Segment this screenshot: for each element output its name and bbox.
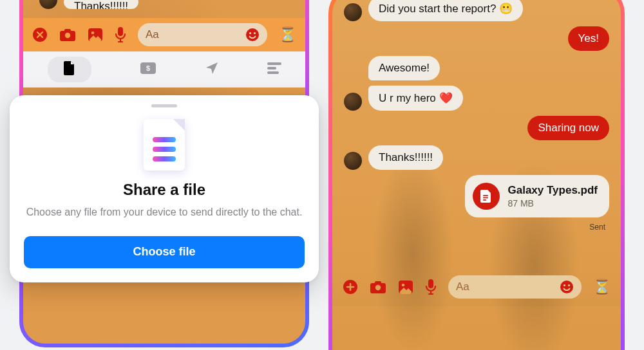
message-bubble: Yes! bbox=[568, 26, 609, 51]
svg-rect-13 bbox=[483, 195, 488, 196]
composer-bar: Aa ⏳ bbox=[23, 18, 305, 51]
drawer-tabs: $ bbox=[23, 51, 305, 88]
camera-icon[interactable] bbox=[59, 28, 76, 42]
avatar[interactable] bbox=[39, 0, 57, 9]
file-name: Galaxy Types.pdf bbox=[507, 184, 598, 197]
hourglass-icon[interactable]: ⏳ bbox=[279, 26, 296, 43]
file-illustration-icon bbox=[144, 119, 185, 170]
file-size: 87 MB bbox=[507, 198, 598, 208]
sheet-title: Share a file bbox=[24, 181, 305, 199]
file-attachment[interactable]: Galaxy Types.pdf 87 MB bbox=[465, 175, 609, 217]
tab-payments[interactable]: $ bbox=[140, 62, 156, 77]
message-row: Galaxy Types.pdf 87 MB bbox=[344, 175, 609, 217]
svg-rect-12 bbox=[267, 71, 279, 74]
share-file-sheet: Share a file Choose any file from your d… bbox=[10, 95, 319, 282]
chat-screen-right: Did you start the report? 😬 Yes! Awesome… bbox=[332, 0, 621, 350]
svg-rect-14 bbox=[483, 198, 488, 199]
svg-point-17 bbox=[375, 285, 381, 290]
camera-icon[interactable] bbox=[370, 280, 386, 294]
svg-point-19 bbox=[402, 284, 405, 287]
svg-point-1 bbox=[65, 33, 70, 38]
close-icon[interactable] bbox=[32, 27, 48, 42]
hourglass-icon[interactable]: ⏳ bbox=[593, 279, 611, 295]
message-bubble: Thanks!!!!!! bbox=[64, 0, 138, 9]
svg-point-6 bbox=[249, 32, 251, 34]
message-bubble: Did you start the report? 😬 bbox=[368, 0, 523, 21]
avatar[interactable] bbox=[344, 3, 362, 21]
file-meta: Galaxy Types.pdf 87 MB bbox=[507, 184, 598, 208]
microphone-icon[interactable] bbox=[425, 279, 437, 295]
message-input[interactable]: Aa bbox=[448, 275, 582, 299]
svg-point-7 bbox=[254, 32, 256, 34]
tab-files[interactable] bbox=[48, 57, 91, 82]
message-row: Thanks!!!!!! bbox=[39, 0, 138, 9]
choose-file-button[interactable]: Choose file bbox=[24, 236, 305, 268]
svg-rect-11 bbox=[267, 67, 276, 69]
file-icon bbox=[473, 183, 500, 210]
tab-location[interactable] bbox=[205, 61, 219, 78]
tab-polls[interactable] bbox=[267, 62, 281, 77]
plus-icon[interactable] bbox=[343, 279, 358, 295]
emoji-icon[interactable] bbox=[245, 28, 260, 42]
message-bubble: Awesome! bbox=[368, 56, 440, 80]
sheet-description: Choose any file from your device to send… bbox=[24, 205, 305, 219]
message-row: Awesome! bbox=[344, 56, 609, 80]
svg-text:$: $ bbox=[146, 64, 149, 72]
image-icon[interactable] bbox=[398, 280, 413, 294]
avatar[interactable] bbox=[344, 93, 362, 111]
emoji-icon[interactable] bbox=[560, 280, 574, 294]
input-placeholder: Aa bbox=[456, 281, 469, 293]
composer-bar: Aa ⏳ bbox=[332, 268, 621, 306]
input-placeholder: Aa bbox=[146, 28, 159, 41]
svg-point-22 bbox=[564, 284, 565, 286]
phone-frame-right: Did you start the report? 😬 Yes! Awesome… bbox=[328, 0, 625, 350]
message-row: Thanks!!!!!! bbox=[344, 145, 609, 170]
svg-rect-4 bbox=[118, 27, 123, 36]
microphone-icon[interactable] bbox=[115, 26, 126, 43]
message-row: U r my hero ❤️ bbox=[344, 86, 609, 111]
message-bubble: U r my hero ❤️ bbox=[368, 86, 463, 111]
svg-point-23 bbox=[568, 284, 570, 286]
message-input[interactable]: Aa bbox=[138, 23, 267, 46]
svg-rect-10 bbox=[267, 62, 281, 65]
delivery-status: Sent bbox=[344, 223, 609, 232]
sheet-grabber[interactable] bbox=[151, 104, 177, 107]
message-bubble: Sharing now bbox=[527, 116, 609, 140]
svg-rect-20 bbox=[428, 279, 433, 288]
svg-rect-15 bbox=[483, 199, 486, 201]
message-row: Yes! bbox=[344, 26, 609, 51]
image-icon[interactable] bbox=[88, 28, 103, 42]
message-row: Sharing now bbox=[344, 116, 609, 140]
message-row: Did you start the report? 😬 bbox=[344, 0, 609, 21]
svg-point-21 bbox=[560, 281, 573, 293]
svg-point-5 bbox=[246, 28, 259, 41]
svg-point-3 bbox=[91, 32, 95, 35]
avatar[interactable] bbox=[344, 152, 362, 170]
message-bubble: Thanks!!!!!! bbox=[368, 145, 443, 170]
